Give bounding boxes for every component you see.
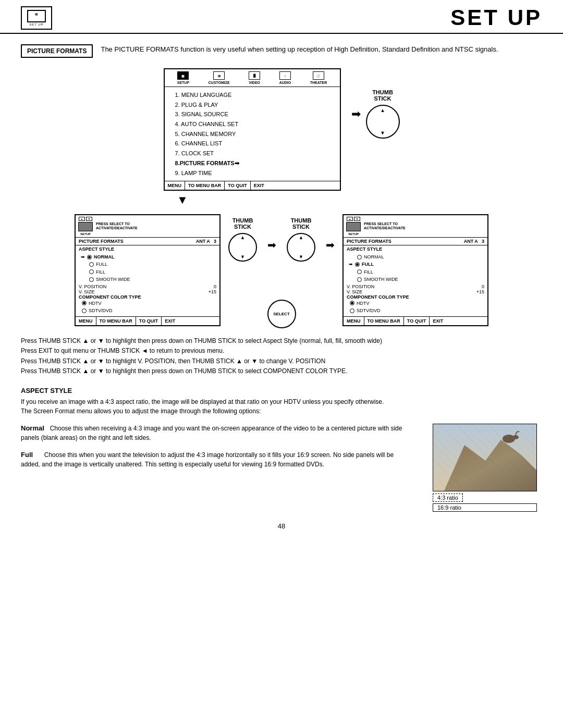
left-sdtv-label: SDTV/DVD	[89, 307, 113, 314]
setup-icon: ▦ SET UP	[21, 6, 52, 30]
right-component-options: HDTV SDTV/DVD	[344, 300, 487, 315]
left-aspect-items: ➡ NORMAL FULL FILL SMOOTH WIDE	[76, 253, 219, 284]
menu-item-2: 2. PLUG & PLAY	[175, 100, 329, 110]
svg-marker-2	[464, 445, 485, 461]
right-ant-text: ANT A 3	[464, 239, 484, 244]
left-fill-item: FILL	[81, 268, 214, 276]
menu-item-7: 7. CLOCK SET	[175, 149, 329, 158]
tab-setup-label: SETUP	[177, 81, 189, 84]
right-sdtv-item: SDTV/DVD	[350, 307, 481, 314]
right-fill-item: FILL	[349, 268, 482, 276]
right-tv-icon	[346, 222, 361, 231]
left-hdtv-label: HDTV	[89, 300, 102, 307]
instructions-block: Press THUMB STICK ▲ or ▼ to highlight th…	[21, 336, 542, 376]
tv-shape: ▦	[27, 10, 46, 22]
right-normal-label: NORMAL	[364, 253, 384, 261]
left-normal-radio	[87, 255, 92, 260]
left-normal-item: ➡ NORMAL	[81, 253, 214, 261]
audio-tab-icon: ♪	[279, 71, 291, 80]
menu-bar-to-menu-bar: TO MENU BAR	[185, 181, 225, 190]
menu-items-list: 1. MENU LANGUAGE 2. PLUG & PLAY 3. SIGNA…	[165, 87, 340, 181]
left-fill-label: FILL	[96, 268, 105, 276]
r-up-btn: ▲	[347, 217, 353, 221]
ratio-169-bracket: 16:9 ratio	[433, 503, 537, 512]
right-bar-menu: MENU	[344, 317, 364, 325]
instruction-3: Press THUMB STICK ▲ or ▼ to highlight V.…	[21, 356, 542, 366]
ts-down: ▼	[241, 255, 245, 260]
left-bar-tomenubar: TO MENU BAR	[96, 317, 136, 325]
left-vsize-value: +15	[209, 289, 216, 294]
tab-video-label: VIDEO	[249, 81, 260, 84]
left-bar-toquit: TO QUIT	[136, 317, 162, 325]
main-content: PICTURE FORMATS The PICTURE FORMATS func…	[0, 34, 563, 540]
video-tab-icon: ▐▌	[249, 71, 260, 80]
top-diagram: ▦ SETUP ⊞ CUSTOMIZE ▐▌ VIDEO ♪ AUDIO	[21, 68, 542, 191]
right-vpos-value: 0	[482, 284, 484, 289]
up-btn: ▲	[79, 217, 85, 221]
menu-item-6: 6. CHANNEL LIST	[175, 139, 329, 149]
full-term: Full	[21, 451, 33, 459]
select-button[interactable]: SELECT	[267, 300, 296, 328]
tab-customize: ⊞ CUSTOMIZE	[209, 71, 230, 84]
icon-label: SET UP	[29, 23, 44, 26]
left-sdtv-item: SDTV/DVD	[82, 307, 213, 314]
preview-image	[433, 424, 537, 491]
left-full-item: FULL	[81, 261, 214, 268]
thumb-circle-right: ▲ ▼	[287, 233, 315, 262]
thumb-stick-left: THUMBSTICK ▲ ▼	[228, 217, 257, 262]
right-title-text: PICTURE FORMATS	[347, 239, 391, 244]
left-normal-label: NORMAL	[94, 253, 115, 261]
ts-up: ▲	[241, 235, 245, 240]
preview-image-area: 4:3 ratio 16:9 ratio	[427, 424, 542, 512]
ratio-43-row: 4:3 ratio	[433, 493, 537, 502]
aspect-style-description: If you receive an image with a 4:3 aspec…	[21, 397, 542, 416]
instruction-2: Press EXIT to quit menu or THUMB STICK ◄…	[21, 346, 542, 356]
left-smooth-label: SMOOTH WIDE	[96, 276, 130, 283]
ratio-169-label: 16:9 ratio	[437, 504, 461, 511]
right-smooth-item: SMOOTH WIDE	[349, 276, 482, 283]
tab-theater: ⬜ THEATER	[310, 71, 327, 84]
left-smooth-radio	[89, 277, 94, 282]
instruction-1: Press THUMB STICK ▲ or ▼ to highlight th…	[21, 336, 542, 346]
menu-bar-menu: MENU	[165, 181, 186, 190]
page-title: SET UP	[450, 5, 542, 30]
aspect-style-heading: ASPECT STYLE	[21, 387, 542, 394]
left-vsize: V. SIZE +15	[76, 289, 219, 294]
tab-customize-label: CUSTOMIZE	[209, 81, 230, 84]
left-panel-header: ▲ ▼ SETUP PRESS SELECT TOACTIVATE/DEACTI…	[76, 215, 219, 238]
menu-item-9: 9. LAMP TIME	[175, 168, 329, 178]
ts-down2: ▼	[299, 255, 303, 260]
svg-line-7	[517, 431, 519, 432]
right-setup-label: SETUP	[348, 232, 359, 236]
menu-item-8: 8. PICTURE FORMATS ➡	[175, 158, 329, 168]
right-smooth-radio	[357, 277, 362, 282]
descriptions-with-image: Normal Choose this when receiving a 4:3 …	[21, 424, 542, 512]
section-intro: PICTURE FORMATS The PICTURE FORMATS func…	[21, 44, 542, 58]
ts-up2: ▲	[299, 235, 303, 240]
full-body: Choose this when you want the television…	[21, 451, 394, 468]
arrow-right-icon2: ➡	[326, 239, 335, 251]
middle-controls: THUMBSTICK ▲ ▼ ➡ THUMBSTICK ▲ ▼ ➡	[228, 217, 335, 328]
right-aspect-label: ASPECT STYLE	[344, 245, 487, 253]
left-full-radio	[89, 262, 94, 267]
ratio-43-label: 4:3 ratio	[437, 495, 458, 501]
tab-video: ▐▌ VIDEO	[249, 71, 260, 84]
menu-tabs: ▦ SETUP ⊞ CUSTOMIZE ▐▌ VIDEO ♪ AUDIO	[165, 69, 340, 87]
section-label: PICTURE FORMATS	[21, 44, 93, 58]
right-menu-bar: MENU TO MENU BAR TO QUIT EXIT	[344, 316, 487, 325]
arrow-right-icon: ➡	[267, 239, 276, 251]
tab-theater-label: THEATER	[310, 81, 327, 84]
menu-bar-exit: EXIT	[251, 181, 267, 190]
svg-rect-0	[433, 424, 537, 491]
left-title-text: PICTURE FORMATS	[79, 239, 124, 244]
thumb-label-right: THUMBSTICK	[291, 217, 312, 230]
left-hdtv-radio	[82, 301, 87, 305]
right-full-item: ➡ FULL	[349, 261, 482, 268]
select-button-area: SELECT	[267, 268, 296, 328]
aspect-style-section: ASPECT STYLE If you receive an image wit…	[21, 387, 542, 512]
right-full-arrow: ➡	[349, 261, 353, 268]
instruction-4: Press THUMB STICK ▲ or ▼ to highlight th…	[21, 366, 542, 376]
left-press-select: PRESS SELECT TOACTIVATE/DEACTIVATE	[96, 222, 138, 231]
up-arrow-icon: ▲	[381, 108, 385, 113]
right-full-label: FULL	[362, 261, 374, 268]
